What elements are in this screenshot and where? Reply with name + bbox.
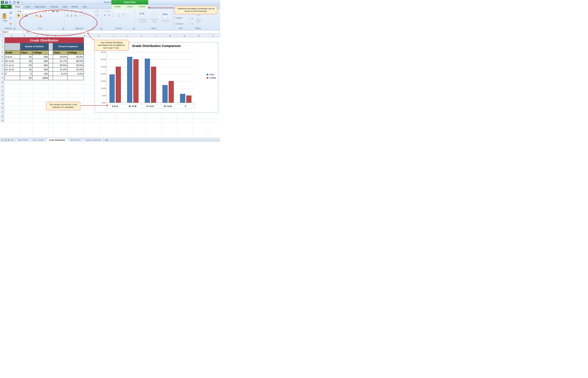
clipboard-dialog-icon[interactable]: ◢ bbox=[13, 27, 15, 29]
paste-button[interactable]: Paste ▾ bbox=[2, 10, 9, 27]
cell-styles-button[interactable]: Cell Styles▾ bbox=[160, 10, 170, 27]
tab-review[interactable]: Review bbox=[69, 5, 80, 9]
fill-icon[interactable] bbox=[190, 16, 194, 20]
tab-page-layout[interactable]: Page Layout bbox=[32, 5, 48, 9]
column-header[interactable]: N bbox=[177, 34, 192, 37]
tab-chart-design[interactable]: Design bbox=[112, 5, 124, 9]
save-icon[interactable] bbox=[5, 0, 8, 4]
align-dialog-icon2[interactable]: ◢ bbox=[100, 27, 102, 29]
wrap-text-icon[interactable]: ab bbox=[95, 10, 99, 13]
chart-object[interactable]: Grade Distribution Comparison 0.0%5.0%10… bbox=[95, 42, 218, 112]
tab-home[interactable]: Home bbox=[13, 5, 23, 9]
column-header[interactable]: I bbox=[106, 34, 120, 37]
redo-icon[interactable] bbox=[13, 0, 16, 4]
format-cells-label[interactable]: Format bbox=[176, 23, 182, 25]
sheet-nav-prev-icon[interactable]: ◀ bbox=[4, 138, 7, 141]
tab-chart-format[interactable]: Format bbox=[136, 5, 148, 9]
tab-insert[interactable]: Insert bbox=[23, 5, 32, 9]
row-header[interactable]: 2 bbox=[0, 43, 5, 50]
column-header[interactable]: P bbox=[206, 34, 220, 37]
row-header[interactable]: 15 bbox=[0, 101, 5, 106]
column-header[interactable]: M bbox=[163, 34, 177, 37]
format-as-table-button[interactable]: Format as Table▾ bbox=[149, 10, 160, 27]
bar-college[interactable] bbox=[151, 67, 156, 103]
conditional-formatting-button[interactable]: Conditional Formatting▾ bbox=[136, 10, 149, 27]
row-header[interactable]: 4 bbox=[0, 55, 5, 59]
number-format-combo[interactable]: General▼ bbox=[103, 10, 133, 13]
svg-rect-5 bbox=[17, 1, 19, 2]
sheet-tab[interactable]: Class Grades bbox=[30, 138, 47, 142]
decrease-decimal-icon[interactable]: .00.0 bbox=[121, 14, 125, 17]
tab-formulas[interactable]: Formulas bbox=[48, 5, 61, 9]
tab-chart-layout[interactable]: Layout bbox=[124, 5, 136, 9]
copy-icon[interactable] bbox=[9, 16, 13, 20]
row-header[interactable]: 14 bbox=[0, 97, 5, 101]
y-tick-label: 25.0% bbox=[101, 66, 107, 68]
sheet-tab[interactable]: Grade Distribution bbox=[46, 138, 68, 142]
percent-icon[interactable]: % bbox=[107, 14, 111, 17]
row-header[interactable]: 9 bbox=[0, 76, 5, 80]
file-tab[interactable]: File bbox=[1, 5, 12, 9]
bar-class[interactable] bbox=[162, 85, 168, 103]
sheet-tab[interactable]: Stock Trend bbox=[15, 138, 31, 142]
row-header[interactable]: 11 bbox=[0, 84, 5, 89]
select-all-corner[interactable] bbox=[0, 34, 5, 37]
row-headers[interactable]: 12345678910111213141516171819 bbox=[0, 37, 5, 122]
bar-class[interactable] bbox=[127, 57, 132, 103]
accounting-icon[interactable]: $▾ bbox=[103, 14, 107, 17]
number-dialog-icon[interactable]: ◢ bbox=[132, 27, 134, 29]
merge-center-icon[interactable] bbox=[95, 14, 99, 17]
row-header[interactable]: 7 bbox=[0, 68, 5, 72]
bar-college[interactable] bbox=[186, 95, 191, 103]
sheet-tab-bar: ⏮ ◀ ▶ ⏭ Stock TrendClass GradesGrade Dis… bbox=[0, 138, 220, 142]
row-header[interactable]: 19 bbox=[0, 118, 5, 122]
qat-customize-icon[interactable]: ▾ bbox=[20, 0, 24, 4]
comma-icon[interactable]: , bbox=[111, 14, 115, 17]
tab-data[interactable]: Data bbox=[61, 5, 69, 9]
sheet-nav-first-icon[interactable]: ⏮ bbox=[1, 138, 4, 141]
row-header[interactable]: 5 bbox=[0, 59, 5, 63]
row-header[interactable]: 17 bbox=[0, 110, 5, 114]
chart-legend[interactable]: Class College bbox=[207, 73, 216, 80]
hscroll-left-icon[interactable]: ◀ bbox=[106, 139, 108, 141]
increase-decimal-icon[interactable]: .0.00 bbox=[117, 14, 121, 17]
column-header[interactable]: B bbox=[19, 34, 30, 37]
tab-view[interactable]: View bbox=[80, 5, 89, 9]
column-headers[interactable]: ABCDEFGHIJKLMNOP bbox=[5, 34, 220, 37]
undo-icon[interactable] bbox=[9, 0, 12, 4]
row-header[interactable]: 18 bbox=[0, 114, 5, 118]
column-header[interactable]: K bbox=[135, 34, 149, 37]
row-header[interactable]: 13 bbox=[0, 93, 5, 97]
column-header[interactable]: O bbox=[192, 34, 206, 37]
column-header[interactable]: A bbox=[5, 34, 19, 37]
bar-class[interactable] bbox=[145, 59, 150, 103]
delete-cells-label[interactable]: Delete bbox=[176, 17, 182, 19]
sheet-tab[interactable]: Health Care bbox=[67, 138, 84, 142]
format-painter-icon[interactable] bbox=[9, 22, 13, 26]
row-header[interactable]: 8 bbox=[0, 72, 5, 76]
bar-college[interactable] bbox=[116, 67, 121, 103]
bar-class[interactable] bbox=[180, 94, 185, 103]
bold-button[interactable]: B bbox=[17, 14, 20, 17]
sheet-tab[interactable]: Supply & Demand bbox=[83, 138, 104, 142]
row-header[interactable]: 10 bbox=[0, 80, 5, 84]
plot-area[interactable]: 0.0%5.0%10.0%15.0%20.0%25.0%30.0%35.0% bbox=[106, 52, 195, 103]
row-header[interactable]: 12 bbox=[0, 89, 5, 93]
print-icon[interactable] bbox=[16, 0, 20, 4]
bar-class[interactable] bbox=[109, 74, 115, 103]
cut-icon[interactable] bbox=[9, 11, 13, 14]
sheet-nav-last-icon[interactable]: ⏭ bbox=[10, 138, 13, 141]
column-header[interactable]: J bbox=[120, 34, 134, 37]
row-header[interactable]: 3 bbox=[0, 50, 5, 55]
x-axis[interactable]: A to A-B+ to B-C+ to C-D+ to D-F bbox=[106, 104, 195, 108]
name-box[interactable]: Chart 3▼ bbox=[1, 30, 25, 34]
row-header[interactable]: 6 bbox=[0, 63, 5, 68]
x-tick-label: B+ to B- bbox=[124, 104, 142, 108]
bar-college[interactable] bbox=[169, 81, 174, 103]
row-header[interactable]: 16 bbox=[0, 106, 5, 110]
column-header[interactable]: L bbox=[149, 34, 163, 37]
row-header[interactable]: 1 bbox=[0, 37, 5, 43]
bar-college[interactable] bbox=[133, 59, 139, 103]
sheet-nav-next-icon[interactable]: ▶ bbox=[7, 138, 10, 141]
clear-icon[interactable] bbox=[190, 22, 194, 26]
